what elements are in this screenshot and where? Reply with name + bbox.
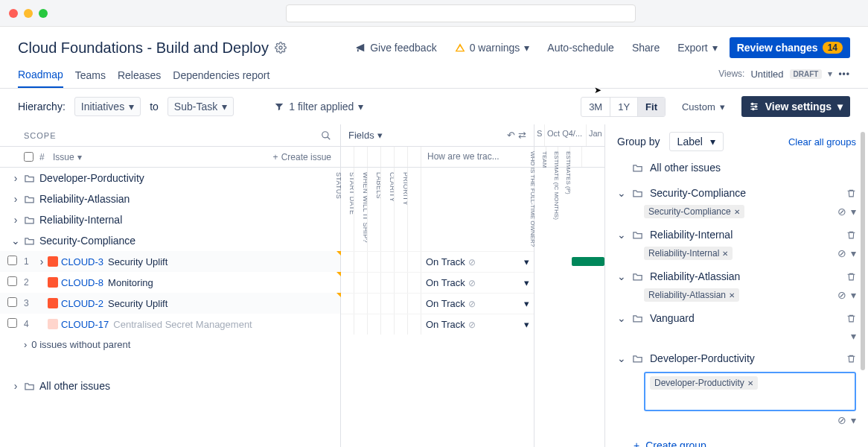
issue-key[interactable]: CLOUD-2: [61, 298, 103, 309]
remove-tag-icon[interactable]: ✕: [747, 379, 753, 387]
timeline-issue-row[interactable]: [534, 251, 604, 272]
scope-group-row[interactable]: › Developer-Porductivity: [0, 168, 340, 188]
trash-icon[interactable]: [846, 272, 856, 282]
timeline-issue-row[interactable]: [534, 272, 604, 293]
clear-icon[interactable]: ⊘: [837, 414, 846, 426]
export-button[interactable]: Export ▾: [671, 37, 723, 58]
auto-schedule-button[interactable]: Auto-schedule: [541, 37, 620, 58]
range-3m[interactable]: 3M: [581, 98, 610, 116]
issues-without-parent[interactable]: › 0 issues without parent: [0, 335, 340, 355]
chevron-down-icon[interactable]: ▾: [851, 330, 856, 342]
timeline-issue-row[interactable]: [534, 293, 604, 314]
group-tag[interactable]: Security-Compliance✕: [644, 205, 744, 218]
col-start-date[interactable]: START DATE: [354, 147, 368, 167]
chevron-down-icon[interactable]: ▾: [851, 247, 856, 259]
tab-dependencies-report[interactable]: Dependencies report: [173, 65, 269, 87]
remove-tag-icon[interactable]: ✕: [722, 250, 728, 258]
group-all-other-issues[interactable]: › All other issues: [0, 375, 340, 396]
hierarchy-to-dropdown[interactable]: Sub-Task ▾: [167, 97, 234, 116]
issue-row[interactable]: 3 CLOUD-2 Security Uplift: [0, 293, 340, 314]
trash-icon[interactable]: [846, 314, 856, 323]
issue-checkbox[interactable]: [7, 276, 17, 286]
view-name[interactable]: Untitled: [750, 69, 783, 80]
chevron-down-icon[interactable]: ⌄: [617, 312, 626, 324]
col-ship[interactable]: WHEN WILL IT SHIP?: [368, 147, 381, 167]
give-feedback-button[interactable]: Give feedback: [349, 37, 443, 58]
chevron-down-icon[interactable]: ▾: [851, 289, 856, 301]
group-tag[interactable]: Reliability-Atlassian✕: [644, 288, 739, 302]
group-tag[interactable]: Reliability-Internal✕: [644, 247, 733, 260]
col-clarity[interactable]: CLARITY: [395, 147, 408, 167]
clear-icon[interactable]: ⊘: [837, 289, 846, 301]
col-priority[interactable]: PRIORITY: [408, 147, 421, 167]
chevron-down-icon[interactable]: ⌄: [617, 187, 626, 199]
close-window[interactable]: [9, 9, 18, 18]
minimize-window[interactable]: [24, 9, 33, 18]
gantt-bar[interactable]: [572, 257, 604, 266]
chevron-down-icon[interactable]: ▾: [851, 414, 856, 426]
issue-checkbox[interactable]: [7, 318, 17, 328]
how-tracking-cell[interactable]: On Track ⊘ ▾: [421, 314, 534, 335]
range-fit[interactable]: Fit: [638, 98, 665, 116]
col-how-tracking[interactable]: How are we trac...: [421, 147, 534, 167]
clear-icon[interactable]: ⊘: [837, 206, 846, 218]
chevron-down-icon[interactable]: ▾: [524, 277, 529, 288]
scrollbar[interactable]: [861, 132, 865, 370]
issue-checkbox[interactable]: [7, 297, 17, 307]
issue-key[interactable]: CLOUD-17: [61, 319, 109, 330]
range-1y[interactable]: 1Y: [610, 98, 638, 116]
review-changes-button[interactable]: Review changes 14: [730, 37, 850, 58]
group-tag-input[interactable]: [650, 393, 850, 407]
trash-icon[interactable]: [846, 354, 856, 364]
col-labels[interactable]: LABELS: [381, 147, 395, 167]
filters-applied-button[interactable]: 1 filter applied ▾: [274, 101, 363, 112]
how-tracking-cell[interactable]: On Track ⊘ ▾: [421, 273, 534, 293]
clear-icon[interactable]: ⊘: [837, 247, 846, 259]
issue-row[interactable]: 4 CLOUD-17 Centralised Secret Management: [0, 314, 340, 335]
tl-col-estimates-p[interactable]: ESTIMATES (P): [570, 147, 582, 167]
issue-key[interactable]: CLOUD-8: [61, 277, 103, 288]
search-icon[interactable]: [321, 130, 331, 141]
how-tracking-cell[interactable]: On Track ⊘ ▾: [421, 252, 534, 272]
remove-tag-icon[interactable]: ✕: [729, 291, 735, 299]
expand-icon[interactable]: ⇄: [518, 130, 526, 141]
chevron-down-icon[interactable]: ▾: [828, 69, 832, 79]
col-issue-dropdown[interactable]: Issue ▾: [53, 152, 82, 162]
chevron-down-icon[interactable]: ⌄: [617, 229, 626, 241]
chevron-down-icon[interactable]: ▾: [524, 319, 529, 330]
expand-icon[interactable]: ›: [36, 256, 48, 267]
chevron-down-icon[interactable]: ▾: [524, 256, 529, 267]
clear-icon[interactable]: ⊘: [468, 299, 476, 309]
issue-row[interactable]: 2 CLOUD-8 Monitoring: [0, 272, 340, 293]
create-issue-button[interactable]: + Create issue: [273, 152, 331, 162]
undo-icon[interactable]: ↶: [507, 130, 515, 141]
clear-icon[interactable]: ⊘: [468, 278, 476, 288]
scope-group-row[interactable]: ⌄ Security-Compliance: [0, 230, 340, 251]
clear-all-groups[interactable]: Clear all groups: [788, 136, 856, 148]
how-tracking-cell[interactable]: On Track ⊘ ▾: [421, 294, 534, 314]
hierarchy-from-dropdown[interactable]: Initiatives ▾: [74, 97, 141, 116]
trash-icon[interactable]: [846, 230, 856, 240]
fields-dropdown[interactable]: Fields ▾: [348, 130, 383, 141]
chevron-down-icon[interactable]: ▾: [851, 206, 856, 218]
group-by-select[interactable]: Label ▾: [669, 132, 724, 151]
chevron-down-icon[interactable]: ⌄: [617, 270, 626, 282]
chevron-down-icon[interactable]: ⌄: [617, 352, 626, 364]
custom-range-dropdown[interactable]: Custom ▾: [674, 98, 733, 116]
col-status[interactable]: STATUS: [341, 147, 354, 167]
scope-group-row[interactable]: › Reliability-Atlassian: [0, 188, 340, 209]
chevron-down-icon[interactable]: ▾: [524, 298, 529, 309]
select-all-checkbox[interactable]: [24, 152, 33, 162]
warnings-button[interactable]: 0 warnings ▾: [449, 37, 536, 58]
url-bar[interactable]: [286, 4, 636, 22]
issue-row[interactable]: 1 › CLOUD-3 Security Uplift: [0, 251, 340, 272]
more-menu[interactable]: •••: [838, 69, 850, 79]
clear-icon[interactable]: ⊘: [468, 320, 476, 330]
issue-key[interactable]: CLOUD-3: [61, 256, 103, 267]
view-settings-button[interactable]: View settings ▾: [741, 96, 850, 117]
group-tag[interactable]: Developer-Productivity✕: [650, 376, 758, 390]
gear-icon[interactable]: [275, 42, 287, 54]
tab-teams[interactable]: Teams: [75, 65, 106, 87]
create-group-button[interactable]: + Create group: [634, 440, 706, 447]
share-button[interactable]: Share: [626, 37, 666, 58]
